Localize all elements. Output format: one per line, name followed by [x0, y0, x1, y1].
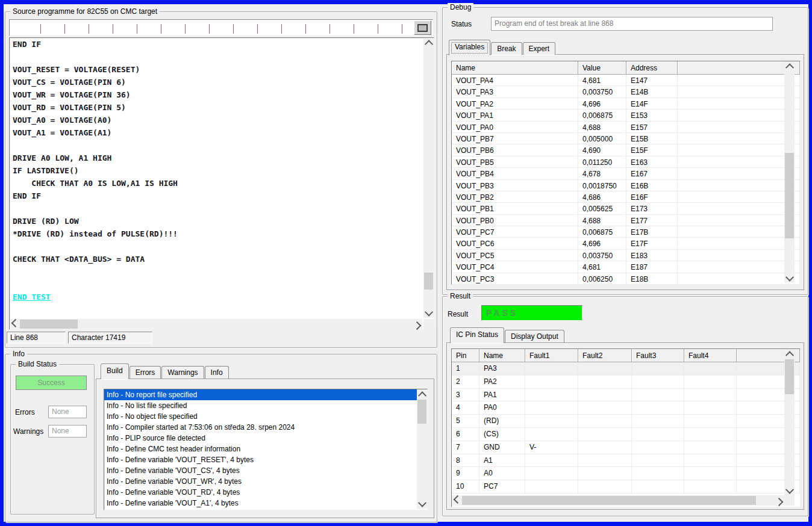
table-row[interactable]: VOUT_PB04,688E177 [452, 215, 800, 226]
info-message[interactable]: Info - No object file specified [104, 411, 417, 422]
scroll-left-button[interactable] [452, 495, 462, 506]
variables-table[interactable]: NameValueAddressVOUT_PA44,681E147VOUT_PA… [451, 61, 801, 285]
scrollbar-thumb[interactable] [785, 359, 794, 394]
info-message[interactable]: Info - Define variable 'VOUT_CS', 4 byte… [104, 465, 417, 476]
table-cell [632, 454, 684, 468]
table-row[interactable]: VOUT_PB10,005625E173 [452, 203, 800, 214]
variables-vertical-scrollbar[interactable] [784, 61, 795, 283]
table-row[interactable]: 10PC7 [452, 480, 800, 494]
editor-vertical-scrollbar[interactable] [423, 38, 434, 318]
column-header[interactable]: Fault1 [525, 349, 578, 362]
info-message[interactable]: Info - Define CMC test header informatio… [104, 444, 417, 454]
scroll-up-button[interactable] [784, 349, 795, 359]
scroll-right-button[interactable] [412, 319, 422, 329]
table-row[interactable]: VOUT_PA10,006875E153 [452, 110, 800, 121]
info-message[interactable]: Info - No report file specified [104, 389, 417, 400]
code-line: CHECK THAT A0 IS LOW,A1 IS HIGH [13, 179, 422, 191]
table-row[interactable]: VOUT_PA44,681E147 [452, 75, 800, 86]
debug-status-field[interactable]: Program end of test break at line 868 [491, 17, 773, 31]
tab-ic-pin-status[interactable]: IC Pin Status [450, 327, 504, 343]
scroll-right-button[interactable] [774, 495, 784, 506]
chevron-down-icon [785, 273, 793, 281]
column-header[interactable]: Address [626, 61, 678, 75]
table-row[interactable]: VOUT_PB70,005000E15B [452, 133, 800, 144]
info-message[interactable]: Info - Define variable 'VOUT_WR', 4 byte… [104, 476, 417, 487]
column-header[interactable]: Value [578, 61, 626, 75]
pin-horizontal-scrollbar[interactable] [452, 495, 784, 506]
table-body: VOUT_PA44,681E147VOUT_PA30,003750E14BVOU… [452, 75, 800, 284]
tab-errors[interactable]: Errors [130, 366, 161, 379]
table-row[interactable]: VOUT_PC64,696E17F [452, 238, 800, 249]
scroll-left-button[interactable] [10, 319, 20, 329]
table-cell: 8 [452, 454, 479, 468]
tab-variables[interactable]: Variables [449, 40, 490, 55]
scroll-down-button[interactable] [423, 308, 434, 318]
table-row[interactable]: VOUT_PB50,011250E163 [452, 156, 800, 168]
column-header[interactable]: Pin [452, 349, 479, 362]
scrollbar-thumb[interactable] [20, 320, 78, 329]
column-header[interactable] [678, 61, 800, 75]
code-editor[interactable]: END IF VOUT_RESET = VOLTAGE(RESET)VOUT_C… [9, 37, 434, 330]
column-header[interactable]: Name [452, 61, 578, 75]
scrollbar-thumb[interactable] [785, 153, 794, 238]
scroll-down-button[interactable] [784, 485, 795, 495]
table-row[interactable]: 8A1 [452, 454, 800, 468]
table-cell [525, 454, 578, 468]
tab-info[interactable]: Info [205, 366, 229, 379]
column-header[interactable]: Fault2 [578, 349, 632, 362]
table-cell: 10 [452, 480, 479, 494]
table-row[interactable]: VOUT_PC70,006875E17B [452, 226, 800, 238]
tab-warnings[interactable]: Warnings [161, 366, 204, 379]
table-cell [632, 467, 684, 480]
pin-vertical-scrollbar[interactable] [784, 349, 795, 495]
table-row[interactable]: 4PA0 [452, 401, 800, 415]
table-row[interactable]: VOUT_PA04,688E157 [452, 122, 800, 133]
maximize-button[interactable] [414, 20, 431, 35]
scroll-down-button[interactable] [784, 273, 795, 283]
scrollbar-thumb[interactable] [424, 273, 433, 289]
table-row[interactable]: 1PA3 [452, 362, 800, 376]
table-row[interactable]: 3PA1 [452, 389, 800, 402]
table-row[interactable]: VOUT_PC44,681E187 [452, 261, 800, 273]
tab-break[interactable]: Break [491, 42, 522, 55]
table-row[interactable]: 9A0 [452, 467, 800, 480]
table-row[interactable]: VOUT_PB30,0018750E16B [452, 180, 800, 191]
table-row[interactable]: VOUT_PA24,696E14F [452, 98, 800, 110]
table-row[interactable]: VOUT_PB44,678E167 [452, 168, 800, 179]
code-area[interactable]: END IF VOUT_RESET = VOLTAGE(RESET)VOUT_C… [13, 40, 422, 317]
scrollbar-thumb[interactable] [417, 400, 426, 424]
info-message[interactable]: Info - PLIP source file detected [104, 433, 417, 444]
code-line [13, 52, 422, 65]
table-row[interactable]: VOUT_PB24,686E16F [452, 191, 800, 203]
column-header[interactable]: Name [479, 349, 525, 362]
tab-display-output[interactable]: Display Output [505, 330, 564, 342]
column-header[interactable]: Fault3 [632, 349, 684, 362]
warnings-field[interactable]: None [48, 425, 87, 438]
build-message-list[interactable]: Info - No report file specifiedInfo - No… [104, 389, 428, 510]
info-message[interactable]: Info - No list file specified [104, 400, 417, 411]
scroll-up-button[interactable] [423, 38, 434, 48]
table-row[interactable]: 5(RD) [452, 415, 800, 428]
errors-field[interactable]: None [48, 406, 87, 418]
scroll-up-button[interactable] [417, 389, 427, 400]
tab-expert[interactable]: Expert [523, 42, 556, 55]
table-row[interactable]: 7GNDV- [452, 441, 800, 454]
table-row[interactable]: VOUT_PA30,003750E14B [452, 86, 800, 97]
table-row[interactable]: VOUT_PC30,006250E18B [452, 273, 800, 284]
table-row[interactable]: VOUT_PB64,690E15F [452, 144, 800, 156]
column-header[interactable]: Fault4 [684, 349, 737, 362]
scrollbar-thumb[interactable] [462, 496, 756, 505]
tab-build[interactable]: Build [101, 364, 129, 379]
scroll-down-button[interactable] [417, 498, 427, 509]
scroll-up-button[interactable] [784, 61, 795, 72]
pin-status-table[interactable]: PinNameFault1Fault2Fault3Fault41PA32PA23… [451, 348, 801, 507]
info-message[interactable]: Info - Define variable 'VOUT_A1', 4 byte… [104, 498, 417, 509]
list-vertical-scrollbar[interactable] [417, 389, 427, 509]
info-message[interactable]: Info - Define variable 'VOUT_RESET', 4 b… [104, 454, 417, 465]
table-row[interactable]: VOUT_PC50,003750E183 [452, 250, 800, 261]
info-message[interactable]: Info - Define variable 'VOUT_RD', 4 byte… [104, 487, 417, 498]
table-row[interactable]: 2PA2 [452, 376, 800, 389]
table-row[interactable]: 6(CS) [452, 428, 800, 441]
info-message[interactable]: Info - Compiler started at 7:53:06 on st… [104, 422, 417, 433]
editor-horizontal-scrollbar[interactable] [10, 319, 422, 329]
